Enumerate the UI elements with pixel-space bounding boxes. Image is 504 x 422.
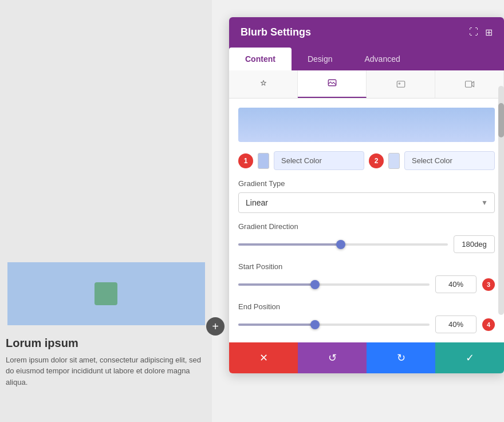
start-position-label: Start Position [238,262,495,271]
start-position-slider[interactable] [238,279,430,290]
icon-tab-video[interactable] [435,70,504,98]
settings-area: Gradient Type Linear Radial ▼ Gradient D… [229,179,504,333]
icon-tab-gradient[interactable] [229,70,298,98]
color-select-1-button[interactable]: Select Color [274,151,364,170]
tab-content[interactable]: Content [229,48,292,70]
reset-button[interactable]: ↺ [298,342,367,373]
gradient-direction-row: Gradient Direction 180deg [238,222,495,253]
gradient-direction-label: Gradient Direction [238,222,495,231]
color-selectors: 1 Select Color 2 Select Color [229,151,504,179]
color-stop-1-badge: 1 [238,153,253,168]
gradient-direction-slider[interactable] [238,239,448,250]
end-position-slider[interactable] [238,319,430,330]
cancel-button[interactable]: ✕ [229,342,298,373]
canvas-block [7,262,205,325]
color-select-2-button[interactable]: Select Color [404,151,495,170]
color-swatch-2[interactable] [388,153,400,169]
gradient-direction-track [238,243,448,246]
panel-header: Blurb Settings ⛶ ⊞ [229,17,504,48]
end-position-track [238,324,430,326]
gradient-direction-thumb[interactable] [336,240,345,249]
canvas-inner-box [94,282,117,305]
icon-tabs [229,70,504,98]
gradient-preview [238,108,495,142]
start-position-badge: 3 [482,278,495,291]
svg-rect-1 [397,81,405,88]
scrollbar-track [498,86,504,315]
action-bar: ✕ ↺ ↻ ✓ [229,342,504,373]
end-position-thumb[interactable] [310,320,320,329]
redo-button[interactable]: ↻ [367,342,435,373]
end-position-input[interactable]: 40% [435,315,477,333]
gradient-type-label: Gradient Type [238,179,495,188]
icon-tab-background[interactable] [298,70,367,98]
canvas-area: Lorum ipsum Lorem ipsum dolor sit amet, … [0,0,212,422]
start-position-fill [238,283,315,286]
scrollbar-thumb[interactable] [498,103,504,137]
expand-icon[interactable]: ⛶ [469,27,478,38]
gradient-type-select-wrapper: Linear Radial ▼ [238,192,495,213]
end-position-badge: 4 [482,318,495,331]
end-position-row: End Position 40% 4 [238,302,495,333]
svg-point-2 [399,83,400,84]
panel-tabs: Content Design Advanced [229,48,504,70]
start-position-thumb[interactable] [310,280,320,289]
panel-header-icons: ⛶ ⊞ [469,27,493,38]
start-position-input[interactable]: 40% [435,275,477,293]
panel-title: Blurb Settings [241,26,311,38]
icon-tab-image[interactable] [367,70,435,98]
tab-design[interactable]: Design [292,48,349,70]
lorem-body: Lorem ipsum dolor sit amet, consectetur … [6,354,206,388]
end-position-fill [238,324,315,326]
color-stop-2-badge: 2 [369,153,384,168]
gradient-direction-fill [238,243,341,246]
start-position-track [238,283,430,286]
add-button[interactable]: + [206,317,225,336]
end-position-label: End Position [238,302,495,311]
gradient-direction-input[interactable]: 180deg [454,235,495,253]
settings-panel: Blurb Settings ⛶ ⊞ Content Design Advanc… [229,17,504,373]
gradient-direction-control: 180deg [238,235,495,253]
start-position-row: Start Position 40% 3 [238,262,495,293]
end-position-control: 40% 4 [238,315,495,333]
start-position-control: 40% 3 [238,275,495,293]
lorem-title: Lorum ipsum [6,337,206,350]
svg-rect-3 [465,81,471,88]
canvas-text: Lorum ipsum Lorem ipsum dolor sit amet, … [0,337,212,388]
color-swatch-1[interactable] [258,153,269,169]
columns-icon[interactable]: ⊞ [485,27,493,38]
tab-advanced[interactable]: Advanced [348,48,416,70]
gradient-type-row: Gradient Type Linear Radial ▼ [238,179,495,213]
save-button[interactable]: ✓ [435,342,504,373]
gradient-type-select[interactable]: Linear Radial [238,192,495,213]
